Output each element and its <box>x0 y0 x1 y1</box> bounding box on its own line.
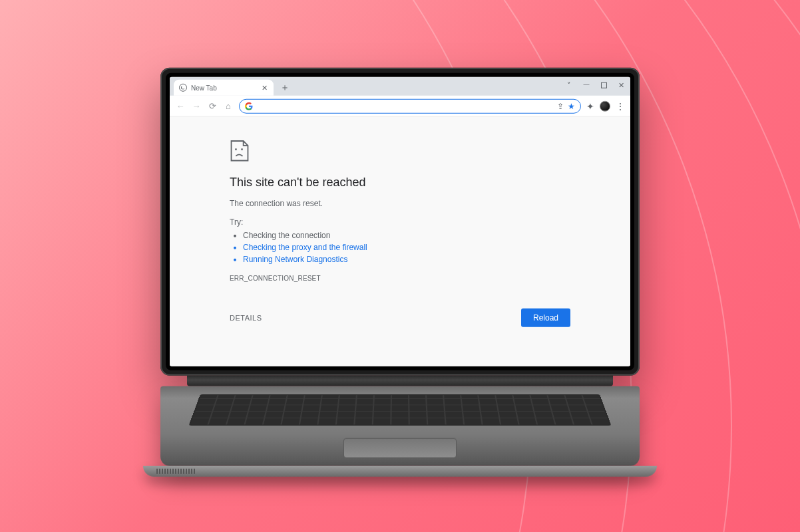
suggestion-item: Checking the connection <box>243 229 570 241</box>
chevron-down-icon[interactable] <box>565 81 573 90</box>
try-label: Try: <box>230 217 570 227</box>
bookmark-star-icon[interactable]: ★ <box>568 101 575 110</box>
browser-window: New Tab ✕ ＋ ← → ⟳ ⌂ <box>170 77 630 366</box>
tab-close-button[interactable]: ✕ <box>260 84 268 92</box>
back-button[interactable]: ← <box>175 100 186 111</box>
error-title: This site can't be reached <box>230 176 570 190</box>
laptop-front-edge <box>143 466 657 477</box>
svg-rect-1 <box>241 148 242 150</box>
window-close-button[interactable] <box>617 81 625 90</box>
suggestion-link-diagnostics[interactable]: Running Network Diagnostics <box>243 253 570 265</box>
laptop-keyboard <box>188 394 611 426</box>
new-tab-button[interactable]: ＋ <box>278 80 292 95</box>
reload-button[interactable]: Reload <box>521 309 570 327</box>
laptop-trackpad <box>343 438 457 458</box>
kebab-menu-icon[interactable]: ⋮ <box>616 100 625 111</box>
details-button[interactable]: DETAILS <box>230 314 262 322</box>
svg-rect-0 <box>235 148 236 150</box>
sad-page-icon <box>230 140 250 162</box>
suggestion-list: Checking the connection Checking the pro… <box>243 229 570 265</box>
tab-title: New Tab <box>191 84 217 91</box>
suggestion-link-proxy[interactable]: Checking the proxy and the firewall <box>243 241 570 253</box>
error-code: ERR_CONNECTION_RESET <box>230 275 570 282</box>
error-subtitle: The connection was reset. <box>230 199 570 208</box>
tab-strip: New Tab ✕ ＋ <box>170 77 630 96</box>
forward-button[interactable]: → <box>191 100 202 111</box>
window-controls <box>565 81 625 90</box>
globe-icon <box>179 84 187 92</box>
share-icon[interactable]: ⇪ <box>557 101 564 110</box>
laptop-deck <box>160 386 640 466</box>
profile-avatar[interactable] <box>600 100 610 111</box>
address-bar[interactable]: ⇪ ★ <box>239 98 581 113</box>
laptop-mockup: New Tab ✕ ＋ ← → ⟳ ⌂ <box>160 68 640 477</box>
speaker-grille <box>156 469 196 474</box>
maximize-button[interactable] <box>600 81 608 90</box>
extensions-icon[interactable]: ✦ <box>586 100 594 111</box>
minimize-button[interactable] <box>582 81 590 90</box>
google-icon <box>245 102 253 110</box>
error-page: This site can't be reached The connectio… <box>170 117 630 366</box>
home-button[interactable]: ⌂ <box>223 100 234 111</box>
url-input[interactable] <box>257 102 553 110</box>
browser-toolbar: ← → ⟳ ⌂ ⇪ ★ ✦ <box>170 96 630 117</box>
reload-icon-button[interactable]: ⟳ <box>207 100 218 111</box>
tab-new-tab[interactable]: New Tab ✕ <box>174 80 274 96</box>
laptop-hinge <box>187 376 613 386</box>
